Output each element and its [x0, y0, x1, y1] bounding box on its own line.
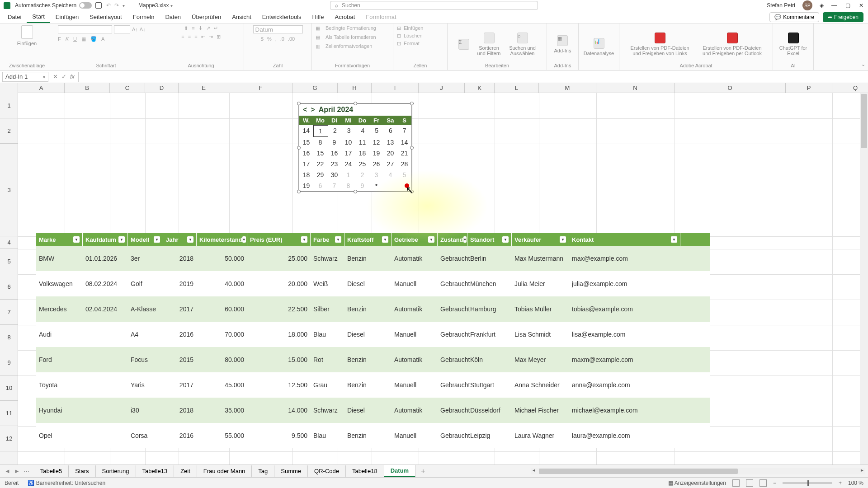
filter-button[interactable]: ▼: [73, 236, 80, 243]
dp-day[interactable]: 4: [356, 125, 370, 137]
dp-day[interactable]: 1: [313, 125, 328, 137]
sheet-tab-frau oder mann[interactable]: Frau oder Mann: [197, 465, 252, 477]
decrease-decimal-icon[interactable]: .00: [288, 36, 295, 42]
table-cell[interactable]: München: [467, 280, 512, 287]
table-cell[interactable]: Köln: [467, 356, 512, 363]
table-header-5[interactable]: Preis (EUR)▼: [247, 233, 311, 246]
sheet-tab-summe[interactable]: Summe: [274, 465, 308, 477]
row-header-9[interactable]: 9: [0, 350, 18, 375]
row-header-6[interactable]: 6: [0, 274, 18, 300]
table-cell[interactable]: A4: [128, 331, 163, 338]
dp-day[interactable]: [383, 180, 397, 191]
status-accessibility[interactable]: ♿ Barrierefreiheit: Untersuchen: [28, 480, 105, 486]
filter-button[interactable]: ▼: [502, 236, 509, 243]
cancel-formula-icon[interactable]: ✕: [53, 73, 58, 80]
dp-day[interactable]: 17: [341, 148, 355, 159]
dp-day[interactable]: 4: [383, 169, 397, 180]
dp-day[interactable]: 13: [383, 137, 397, 148]
table-cell[interactable]: 2018: [163, 255, 197, 262]
search-box[interactable]: Suchen: [330, 1, 538, 10]
view-page-break-icon[interactable]: [760, 479, 767, 487]
sheet-tab-sortierung[interactable]: Sortierung: [96, 465, 136, 477]
dp-day[interactable]: 9: [355, 180, 369, 191]
merge-icon[interactable]: ⊞: [217, 34, 221, 40]
table-cell[interactable]: 20.000: [247, 280, 311, 287]
fill-menu[interactable]: Σ: [458, 39, 469, 50]
dp-day[interactable]: 3: [342, 125, 356, 137]
table-header-4[interactable]: Kilometerstand▼: [197, 233, 247, 246]
share-button[interactable]: ➦ Freigeben: [823, 12, 863, 22]
zoom-in[interactable]: +: [839, 480, 842, 486]
filename[interactable]: Mappe3.xlsx: [138, 2, 169, 9]
table-cell[interactable]: Opel: [36, 432, 83, 439]
font-color-icon[interactable]: A: [101, 36, 104, 42]
table-cell[interactable]: 2017: [163, 305, 197, 313]
table-row[interactable]: FordFocus201580.00015.000RotBenzinAutoma…: [36, 347, 710, 372]
filename-dropdown-icon[interactable]: ▾: [170, 3, 173, 8]
acrobat-outlook-button[interactable]: Erstellen von PDF-Dateien und Freigeben …: [701, 33, 764, 56]
table-cell[interactable]: Hamburg: [467, 305, 512, 313]
table-cell[interactable]: Golf: [128, 280, 163, 287]
table-cell[interactable]: Hyundai: [36, 407, 83, 414]
col-header-K[interactable]: K: [465, 83, 495, 93]
table-cell[interactable]: 02.04.2024: [83, 305, 128, 313]
table-cell[interactable]: Schwarz: [311, 255, 344, 262]
row-header-10[interactable]: 10: [0, 375, 18, 401]
table-cell[interactable]: Gebraucht: [438, 356, 467, 363]
dp-day[interactable]: 27: [383, 159, 397, 169]
table-cell[interactable]: 2019: [163, 280, 197, 287]
ribbon-tab-formformat[interactable]: Formformat: [360, 11, 401, 23]
table-row[interactable]: Mercedes02.04.2024A-Klasse201760.00022.5…: [36, 296, 710, 322]
border-icon[interactable]: ▦: [81, 36, 86, 42]
ribbon-tab-datei[interactable]: Datei: [2, 11, 27, 23]
table-cell[interactable]: Ford: [36, 356, 83, 363]
insert-cells-button[interactable]: ⊞Einfügen: [397, 25, 423, 31]
dp-day[interactable]: 14: [397, 137, 411, 148]
col-header-M[interactable]: M: [539, 83, 596, 93]
formula-bar[interactable]: [78, 72, 868, 82]
table-cell[interactable]: Michael Fischer: [512, 407, 569, 414]
table-cell[interactable]: 08.02.2024: [83, 280, 128, 287]
table-cell[interactable]: 70.000: [197, 331, 247, 338]
row-header-5[interactable]: 5: [0, 249, 18, 274]
table-cell[interactable]: Manuell: [392, 280, 438, 287]
col-header-G[interactable]: G: [292, 83, 338, 93]
row-header-4[interactable]: 4: [0, 236, 18, 249]
delete-cells-button[interactable]: ⊟Löschen: [397, 33, 423, 39]
dp-day[interactable]: 19: [369, 148, 383, 159]
table-cell[interactable]: Automatik: [392, 407, 438, 414]
dp-day[interactable]: 6: [384, 125, 398, 137]
ribbon-tab-entwicklertools[interactable]: Entwicklertools: [257, 11, 307, 23]
bold-button[interactable]: F: [58, 36, 61, 42]
sheet-tab-datum[interactable]: Datum: [384, 465, 415, 477]
underline-button[interactable]: U: [73, 36, 77, 42]
maximize-button[interactable]: ▢: [844, 2, 851, 9]
row-header-8[interactable]: 8: [0, 325, 18, 350]
fx-icon[interactable]: fx: [70, 73, 75, 80]
ribbon-tab-formeln[interactable]: Formeln: [127, 11, 160, 23]
sheet-tab-stars[interactable]: Stars: [69, 465, 95, 477]
table-cell[interactable]: Gebraucht: [438, 305, 467, 313]
add-sheet-button[interactable]: +: [415, 467, 430, 475]
table-cell[interactable]: A-Klasse: [128, 305, 163, 313]
col-header-Q[interactable]: Q: [832, 83, 868, 93]
find-select-button[interactable]: ⌕Suchen und Auswählen: [509, 33, 536, 56]
diamond-icon[interactable]: ◈: [820, 2, 824, 9]
table-header-2[interactable]: Modell▼: [128, 233, 163, 246]
font-size-input[interactable]: [114, 25, 130, 33]
table-header-12[interactable]: Kontakt▼: [569, 233, 680, 246]
row-header-7[interactable]: 7: [0, 300, 18, 325]
table-row[interactable]: BMW01.01.20263er201850.00025.000SchwarzB…: [36, 246, 710, 271]
table-cell[interactable]: Frankfurt: [467, 331, 512, 338]
align-left-icon[interactable]: ≡: [181, 34, 184, 40]
comments-button[interactable]: 💬 Kommentare: [769, 12, 819, 22]
table-header-9[interactable]: Zustand▼: [438, 233, 467, 246]
table-cell[interactable]: 9.500: [247, 432, 311, 439]
dp-day[interactable]: 5: [397, 169, 411, 180]
col-header-E[interactable]: E: [179, 83, 229, 93]
col-header-F[interactable]: F: [229, 83, 292, 93]
align-middle-icon[interactable]: ≡: [192, 25, 194, 31]
table-cell[interactable]: Gebraucht: [438, 331, 467, 338]
table-cell[interactable]: 18.000: [247, 331, 311, 338]
dp-day[interactable]: ●: [369, 180, 383, 191]
